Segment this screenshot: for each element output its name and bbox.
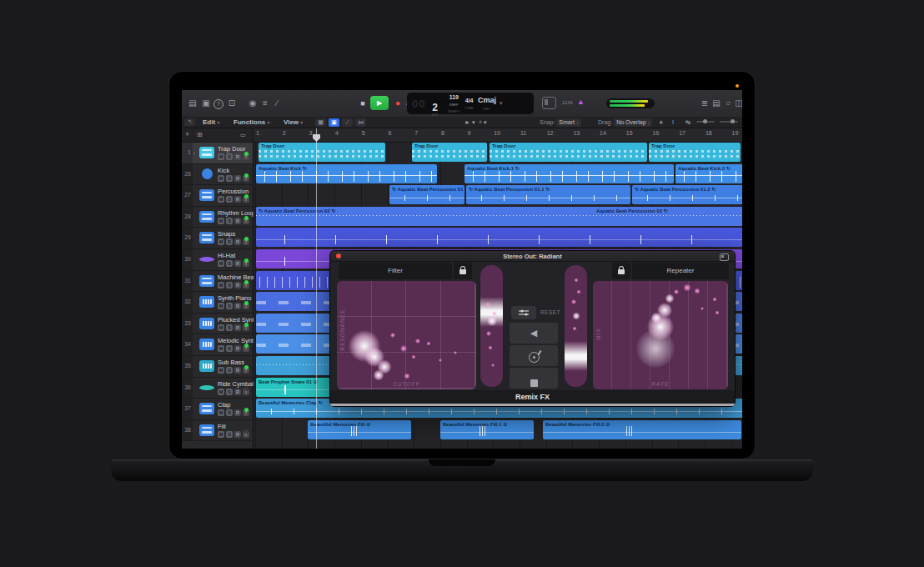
track-on-indicator[interactable] <box>244 387 249 391</box>
disclosure-icon[interactable]: › <box>193 150 195 155</box>
s-button[interactable]: S <box>226 175 233 182</box>
r-button[interactable]: R <box>234 218 241 224</box>
r-button[interactable]: R <box>234 282 241 289</box>
add-multiple-tracks-button[interactable]: ⊞ <box>197 130 203 139</box>
repeater-effect-menu[interactable]: Repeater <box>632 263 729 279</box>
track-header-ride-cymbal[interactable]: 36Ride CymbalMSRI <box>182 378 253 399</box>
s-button[interactable]: S <box>226 218 233 224</box>
track-header-plucked-synth[interactable]: 33Plucked SynthMSRI <box>182 314 253 335</box>
r-button[interactable]: R <box>234 431 241 438</box>
stop-button[interactable]: ■ <box>357 98 369 109</box>
view-button-automation[interactable]: ∕ <box>342 118 353 127</box>
s-button[interactable]: S <box>226 282 233 289</box>
s-button[interactable]: S <box>226 153 233 160</box>
smart-controls-icon[interactable]: ◉ <box>247 98 259 109</box>
region[interactable]: Trap Door <box>412 143 487 162</box>
track-on-indicator[interactable] <box>244 216 249 220</box>
region[interactable]: Trap Door <box>649 143 741 162</box>
m-button[interactable]: M <box>218 431 224 438</box>
region[interactable]: Aquatic Beat Kick ↻ <box>256 164 437 183</box>
region[interactable]: ↻ Aquatic Beat Percussion 01.1 ↻ <box>466 185 630 204</box>
track-on-indicator[interactable] <box>244 429 249 434</box>
tape-stop-button[interactable] <box>510 368 558 389</box>
scratch-button[interactable] <box>510 345 558 366</box>
repeater-lock-button[interactable] <box>612 263 630 279</box>
track-header-snaps[interactable]: 29SnapsMSRI <box>182 228 253 249</box>
bar-ruler[interactable]: 12345678910111213141516171819 <box>254 128 742 143</box>
region[interactable]: Trap Door <box>490 143 647 162</box>
s-button[interactable]: S <box>226 324 233 331</box>
count-in-button[interactable]: 1234 <box>562 100 573 105</box>
add-track-button[interactable]: + <box>185 130 189 139</box>
r-button[interactable]: R <box>234 260 241 267</box>
repeater-xy-pad[interactable]: MIX RATE <box>593 281 728 389</box>
view-button-flex[interactable]: ⋈ <box>355 118 366 127</box>
region[interactable]: Beautiful Memories Fill.2 ⊙ <box>543 420 741 439</box>
m-button[interactable]: M <box>218 260 224 267</box>
track-header-fill[interactable]: 38FillMSRI <box>182 420 253 442</box>
view-button-grid[interactable]: ▦ <box>315 118 326 127</box>
r-button[interactable]: R <box>234 324 241 331</box>
catch-playhead-button[interactable]: ↰ <box>184 118 195 126</box>
track-on-indicator[interactable] <box>244 258 249 263</box>
horizontal-zoom-slider[interactable] <box>720 121 738 123</box>
s-button[interactable]: S <box>226 196 233 203</box>
track-header-percussion[interactable]: 27PercussionMSRI <box>182 185 253 207</box>
m-button[interactable]: M <box>218 389 224 395</box>
menu-edit[interactable]: Edit ▾ <box>203 118 219 127</box>
left-fx-slider[interactable] <box>480 265 503 387</box>
region[interactable]: ↻ Aquatic Beat Percussion 01.2 ↻ <box>632 185 742 204</box>
track-on-indicator[interactable] <box>244 323 249 327</box>
editors-icon[interactable]: ∕ <box>271 98 283 109</box>
r-button[interactable]: R <box>234 389 241 395</box>
track-header-kick[interactable]: 26KickMSRI <box>182 164 253 186</box>
m-button[interactable]: M <box>218 303 224 309</box>
track-header-trap-door[interactable]: 1›Trap DoorMSRI <box>182 143 253 164</box>
track-header-clap[interactable]: 37ClapMSRI <box>182 399 253 420</box>
reverse-button[interactable]: ◀ <box>510 323 558 344</box>
filter-xy-pad[interactable]: RESONANCE CUTOFF <box>337 281 476 389</box>
m-button[interactable]: M <box>218 196 224 203</box>
r-button[interactable]: R <box>234 303 241 309</box>
region[interactable]: Aquatic Beat Kick.1 ↻ <box>465 164 674 183</box>
menu-functions[interactable]: Functions ▾ <box>234 118 269 127</box>
snap-menu[interactable]: Snap:Smart ↕ <box>540 118 581 127</box>
note-pads-icon[interactable]: ▤ <box>711 98 722 109</box>
inspector-icon[interactable]: ▣ <box>200 98 212 109</box>
mixer-icon[interactable]: ≡ <box>259 98 271 109</box>
edit-option-icon-0[interactable]: ∗ <box>659 118 664 126</box>
region[interactable] <box>256 228 742 247</box>
plugin-titlebar[interactable]: Stereo Out: Radiant <box>330 251 735 262</box>
time-signature-display[interactable]: 4/4 TIME <box>465 97 474 110</box>
track-header-synth-piano[interactable]: 32Synth PianoMSRI <box>182 292 253 314</box>
reset-button[interactable]: RESET <box>540 306 561 319</box>
track-header-hi-hat[interactable]: 30Hi-HatMSRI <box>182 249 253 271</box>
toolbar-toggle-icon[interactable]: ⊡ <box>226 98 238 109</box>
menu-view[interactable]: View ▾ <box>284 118 303 127</box>
s-button[interactable]: S <box>226 431 233 438</box>
quick-help-icon[interactable]: ? <box>213 99 223 109</box>
arrange-area[interactable]: 12345678910111213141516171819 Trap DoorT… <box>254 128 742 449</box>
region[interactable]: Beautiful Memories Fill.1 ⊙ <box>440 420 534 439</box>
region[interactable]: Aquatic Beat Kick.2 ↻ <box>675 164 742 183</box>
r-button[interactable]: R <box>234 175 241 182</box>
link-icon[interactable] <box>720 253 729 261</box>
pointer-tool-menu[interactable]: ► ▾ <box>465 118 475 126</box>
m-button[interactable]: M <box>218 153 224 160</box>
library-icon[interactable]: ▤ <box>187 98 198 109</box>
track-on-indicator[interactable] <box>244 365 249 369</box>
play-button[interactable]: ▶ <box>370 96 389 110</box>
remix-fx-plugin-window[interactable]: Stereo Out: Radiant Filter Repeater RESO… <box>330 251 735 406</box>
metronome-button[interactable]: ▲ <box>577 98 585 106</box>
track-header-sub-bass[interactable]: 35Sub BassMSRI <box>182 356 253 378</box>
m-button[interactable]: M <box>218 345 224 352</box>
track-header-melodic-synth[interactable]: 34Melodic SynthMSRI <box>182 334 253 356</box>
browsers-icon[interactable]: ◫ <box>733 98 742 109</box>
region[interactable]: ↻ Aquatic Beat Percussion 02 ↻Aquatic Be… <box>256 207 742 226</box>
m-button[interactable]: M <box>218 409 224 416</box>
m-button[interactable]: M <box>218 218 224 224</box>
m-button[interactable]: M <box>218 324 224 331</box>
s-button[interactable]: S <box>226 389 233 395</box>
list-editors-icon[interactable]: ≣ <box>699 98 711 109</box>
m-button[interactable]: M <box>218 238 224 245</box>
